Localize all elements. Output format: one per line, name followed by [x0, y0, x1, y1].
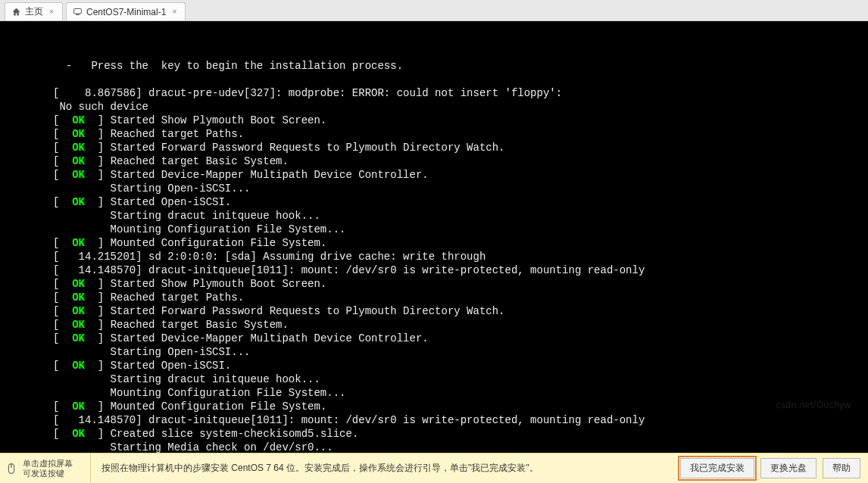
help-button[interactable]: 帮助: [823, 458, 860, 478]
tab-vm-close-icon[interactable]: ×: [170, 8, 179, 17]
change-disc-button[interactable]: 更换光盘: [760, 458, 816, 478]
mouse-icon: [5, 462, 18, 475]
vm-console[interactable]: - Press the key to begin the installatio…: [0, 21, 868, 453]
send-keys-hint[interactable]: 单击虚拟屏幕 可发送按键: [0, 453, 91, 483]
tab-home-close-icon[interactable]: ×: [47, 8, 56, 17]
tab-home-label: 主页: [25, 5, 43, 18]
svg-rect-1: [76, 14, 80, 15]
vm-icon: [73, 7, 83, 17]
tab-vm[interactable]: CentOS7-Minimal-1 ×: [66, 2, 186, 20]
send-keys-hint-line2: 可发送按键: [23, 469, 73, 478]
tab-strip: 主页 × CentOS7-Minimal-1 ×: [0, 0, 868, 21]
home-icon: [11, 7, 21, 17]
svg-rect-0: [74, 8, 82, 14]
console-output: - Press the key to begin the installatio…: [0, 21, 868, 453]
finished-install-button[interactable]: 我已完成安装: [680, 458, 754, 478]
install-instruction: 按照在物理计算机中的步骤安装 CentOS 7 64 位。安装完成后，操作系统会…: [91, 462, 680, 475]
install-hint-bar: 单击虚拟屏幕 可发送按键 按照在物理计算机中的步骤安装 CentOS 7 64 …: [0, 453, 868, 483]
send-keys-hint-line1: 单击虚拟屏幕: [23, 459, 73, 469]
tab-vm-label: CentOS7-Minimal-1: [86, 7, 166, 17]
button-group: 我已完成安装 更换光盘 帮助: [680, 458, 868, 478]
tab-home[interactable]: 主页 ×: [5, 2, 63, 20]
